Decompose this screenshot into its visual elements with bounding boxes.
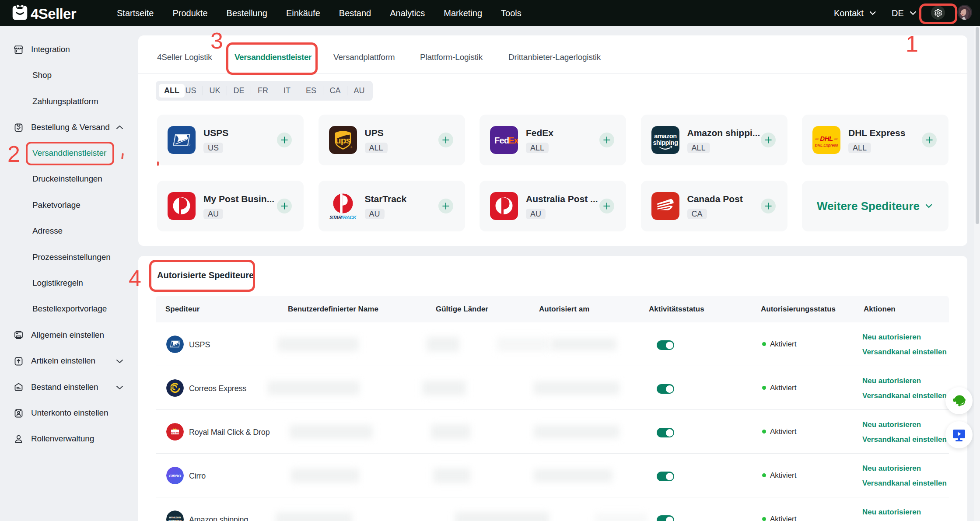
svg-text:ups: ups — [335, 135, 350, 145]
svg-text:Ex: Ex — [508, 136, 518, 145]
svg-text:DHL Express: DHL Express — [815, 143, 838, 147]
svg-text:amazon: amazon — [654, 133, 677, 140]
svg-text:TRACK: TRACK — [340, 215, 356, 220]
svg-text:®: ® — [350, 146, 352, 149]
svg-text:Fed: Fed — [494, 136, 509, 145]
svg-text:Royal Mail: Royal Mail — [169, 431, 181, 434]
svg-text:DHL: DHL — [820, 135, 833, 142]
svg-text:CIRRO: CIRRO — [169, 474, 181, 478]
svg-text:shipping: shipping — [653, 139, 678, 146]
svg-text:shipping: shipping — [168, 519, 182, 521]
